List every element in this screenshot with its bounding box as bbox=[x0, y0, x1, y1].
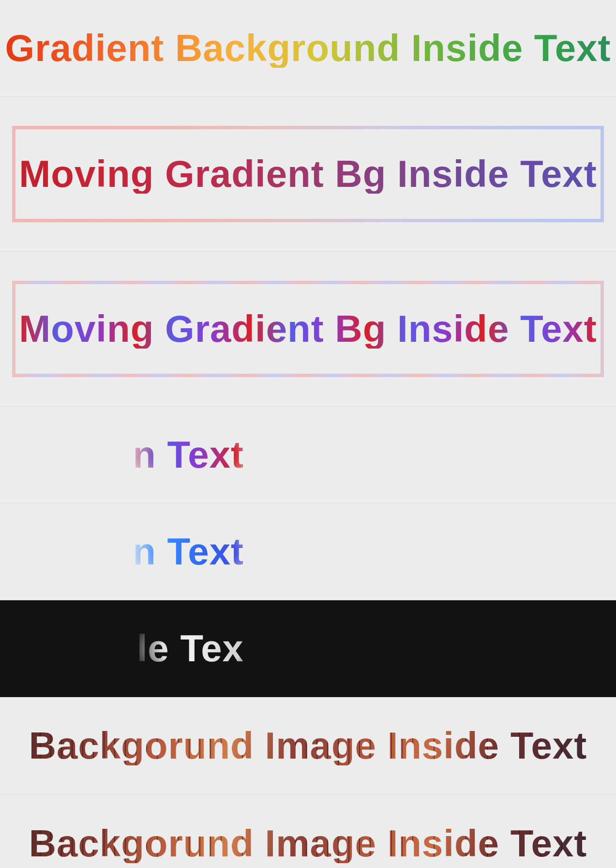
demo-row-moving-1: Moving Gradient Bg Inside Text bbox=[0, 97, 616, 252]
demo-row-crop-2: In Text bbox=[0, 503, 616, 600]
headline-crop-3: le Tex bbox=[137, 629, 244, 669]
gradient-border-box-2: Moving Gradient Bg Inside Text bbox=[12, 281, 603, 378]
demo-row-crop-1: In Text bbox=[0, 407, 616, 503]
headline-image-1: Backgorund Image Inside Text bbox=[29, 726, 587, 766]
demo-row-image-2: Backgorund Image Inside Text bbox=[0, 795, 616, 868]
headline-moving-1: Moving Gradient Bg Inside Text bbox=[19, 154, 597, 194]
headline-moving-2: Moving Gradient Bg Inside Text bbox=[19, 309, 597, 349]
headline-rainbow: Gradient Background Inside Text bbox=[5, 29, 611, 68]
headline-crop-1: In Text bbox=[135, 435, 244, 475]
crop-viewport-3: le Tex bbox=[135, 600, 247, 697]
headline-image-2: Backgorund Image Inside Text bbox=[29, 824, 587, 864]
gradient-border-box-1: Moving Gradient Bg Inside Text bbox=[12, 126, 603, 223]
demo-row-image-1: Backgorund Image Inside Text bbox=[0, 697, 616, 795]
demo-row-crop-dark: le Tex bbox=[0, 600, 616, 697]
headline-crop-2: In Text bbox=[135, 532, 244, 572]
crop-viewport-1: In Text bbox=[135, 407, 247, 503]
demo-row-moving-2: Moving Gradient Bg Inside Text bbox=[0, 252, 616, 407]
crop-viewport-2: In Text bbox=[135, 503, 247, 600]
demo-row-rainbow: Gradient Background Inside Text bbox=[0, 0, 616, 97]
